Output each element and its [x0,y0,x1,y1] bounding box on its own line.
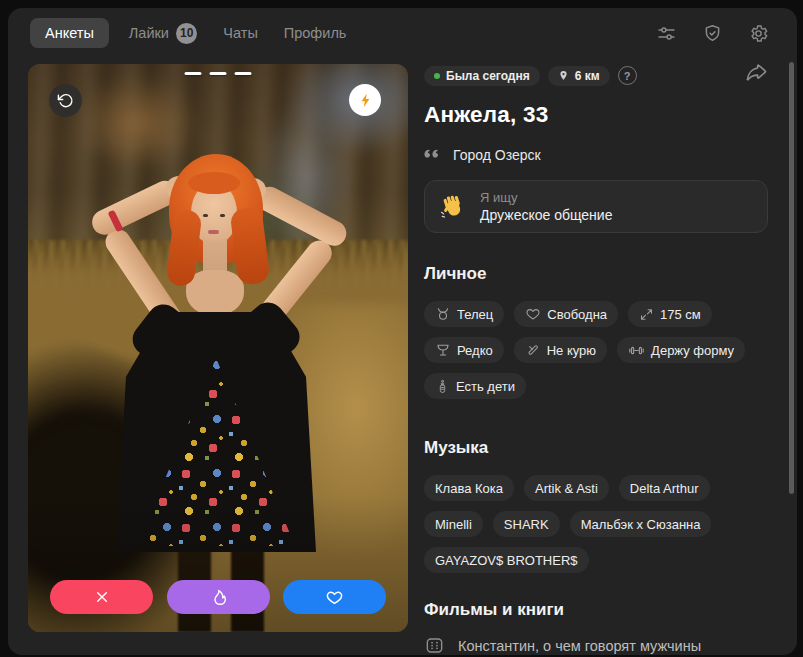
photo-vignette [28,64,408,632]
profile-info-panel: Была сегодня 6 км ? Анжела, 33 [424,62,768,655]
music-chip: Minelli [424,511,483,537]
music-chip: Delta Arthur [619,475,710,501]
tab-profiles[interactable]: Анкеты [30,18,109,48]
media-icon [424,635,445,655]
help-glyph: ? [624,70,631,82]
music-chip: Artik & Asti [524,475,609,501]
height-icon [639,307,654,322]
section-music: Музыка Клава Кока Artik & Asti Delta Art… [424,438,768,573]
cross-icon [94,589,110,605]
flame-icon [209,588,228,607]
chip-zodiac: Телец [424,301,504,327]
tab-profile[interactable]: Профиль [284,25,347,41]
section-personal: Личное Телец Свободна [424,264,768,399]
online-status-badge: Была сегодня [424,66,540,86]
chip-relationship: Свободна [514,301,618,327]
chip-children: Есть дети [424,373,526,399]
looking-for-label: Я ищу [480,190,612,205]
photo-page-dash [185,72,202,75]
looking-for-card: Я ищу Дружеское общение [424,180,768,233]
heart-icon [525,306,541,322]
quote-icon [424,148,443,162]
photo-page-dash [210,72,227,75]
profile-name-age: Анжела, 33 [424,102,768,128]
distance-label: 6 км [575,69,600,83]
child-icon [435,379,450,394]
settings-gear-icon[interactable] [748,23,769,44]
distance-badge: 6 км [548,66,610,86]
online-status-label: Была сегодня [446,69,530,83]
rewind-button[interactable] [49,84,82,117]
shield-check-icon[interactable] [702,23,723,44]
scrollbar-thumb[interactable] [789,62,794,494]
waving-hand-icon [439,193,467,221]
movie-title: Константин, о чем говорят мужчины [458,638,701,654]
fire-button[interactable] [167,580,270,614]
fitness-icon [628,342,645,359]
status-row: Была сегодня 6 км ? [424,62,768,89]
chip-smoking: Не курю [514,337,607,363]
music-chip: Мальбэк х Сюзанна [570,511,712,537]
online-dot-icon [434,73,440,79]
tab-likes[interactable]: Лайки 10 [129,23,197,44]
like-button[interactable] [283,580,386,614]
drink-icon [435,342,451,358]
music-chip: Клава Кока [424,475,514,501]
movie-list-item: Константин, о чем говорят мужчины [424,635,768,655]
heart-icon [325,588,344,607]
top-navigation: Анкеты Лайки 10 Чаты Профиль [8,8,797,58]
section-movies-title: Фильмы и книги [424,600,768,620]
dislike-button[interactable] [50,580,153,614]
section-personal-title: Личное [424,264,768,284]
photo-page-dash [235,72,252,75]
boost-button[interactable] [349,84,381,116]
tab-chats[interactable]: Чаты [223,25,257,41]
no-smoking-icon [525,342,541,358]
profile-photo-card[interactable] [28,64,408,632]
chip-height: 175 см [628,301,712,327]
chip-alcohol: Редко [424,337,504,363]
action-buttons [50,580,386,614]
tab-profile-label: Профиль [284,25,347,41]
share-button[interactable] [745,62,768,89]
lightning-icon [357,92,374,109]
section-movies-books: Фильмы и книги Константин, о чем говорят… [424,600,768,655]
music-chip: GAYAZOV$ BROTHER$ [424,547,589,573]
help-button[interactable]: ? [618,66,637,85]
chip-fitness: Держу форму [617,337,745,363]
tab-chats-label: Чаты [223,25,257,41]
share-arrow-icon [745,62,768,85]
tab-likes-label: Лайки [129,25,169,41]
tab-profiles-label: Анкеты [45,25,94,41]
city-label: Город Озерск [453,147,541,163]
city-row: Город Озерск [424,147,768,163]
music-chip: SHARK [493,511,560,537]
rewind-icon [57,92,74,109]
photo-page-indicator[interactable] [185,72,252,75]
location-pin-icon [558,69,569,82]
filters-icon[interactable] [656,23,677,44]
looking-for-value: Дружеское общение [480,207,612,223]
taurus-icon [435,306,451,322]
app-window: Анкеты Лайки 10 Чаты Профиль [8,8,797,655]
likes-count-badge: 10 [176,23,197,44]
section-music-title: Музыка [424,438,768,458]
